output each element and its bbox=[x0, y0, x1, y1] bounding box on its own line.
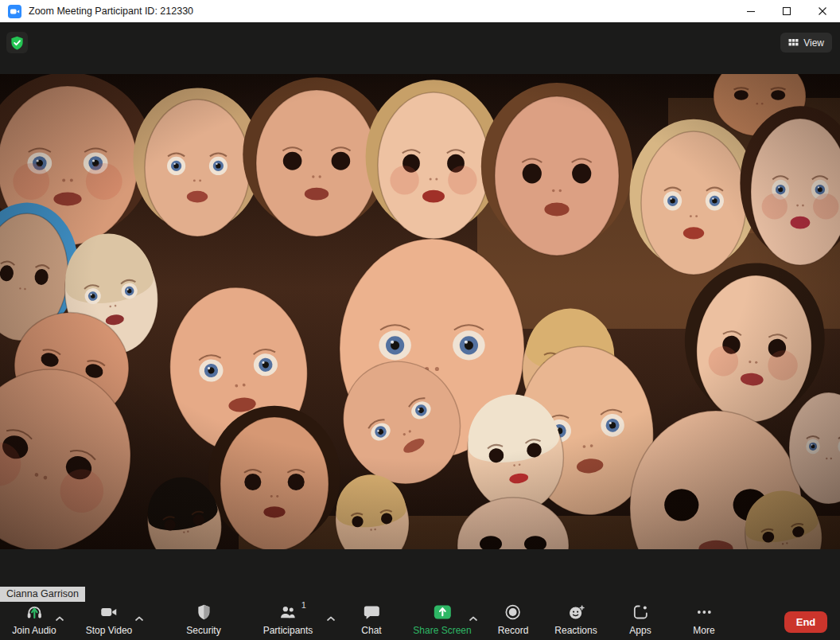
zoom-meeting-window: Zoom Meeting Participant ID: 212330 bbox=[0, 0, 840, 640]
share-screen-icon bbox=[433, 603, 452, 622]
participants-label: Participants bbox=[263, 625, 313, 636]
close-button[interactable] bbox=[804, 0, 840, 22]
chevron-up-icon bbox=[469, 615, 478, 622]
share-screen-label: Share Screen bbox=[413, 625, 471, 636]
end-meeting-button[interactable]: End bbox=[784, 611, 827, 633]
stop-video-options-chevron[interactable] bbox=[133, 611, 146, 626]
participants-button[interactable]: 1 Participants bbox=[263, 603, 313, 636]
participants-icon: 1 bbox=[278, 603, 298, 622]
participant-name-tag: Cianna Garrison bbox=[0, 587, 85, 602]
join-audio-icon bbox=[25, 603, 44, 622]
maximize-icon bbox=[780, 5, 793, 18]
security-shield-icon bbox=[194, 603, 213, 622]
reactions-button[interactable]: Reactions bbox=[554, 603, 597, 636]
chevron-up-icon bbox=[134, 615, 144, 622]
apps-button[interactable]: Apps bbox=[629, 603, 651, 636]
more-button[interactable]: More bbox=[693, 603, 714, 636]
maximize-button[interactable] bbox=[768, 0, 804, 22]
encryption-shield-icon bbox=[10, 36, 24, 50]
chat-label: Chat bbox=[361, 625, 381, 636]
control-bar: Cianna Garrison Join Audio bbox=[0, 549, 840, 640]
security-label: Security bbox=[186, 625, 220, 636]
minimize-icon bbox=[745, 5, 757, 18]
chat-button[interactable]: Chat bbox=[361, 603, 381, 636]
title-bar: Zoom Meeting Participant ID: 212330 bbox=[0, 0, 840, 22]
record-icon bbox=[504, 603, 523, 622]
video-camera-icon bbox=[99, 603, 119, 622]
doll-photo bbox=[0, 74, 840, 549]
chevron-up-icon bbox=[326, 615, 336, 622]
close-icon bbox=[816, 5, 829, 18]
reactions-label: Reactions bbox=[554, 625, 597, 636]
chat-bubble-icon bbox=[362, 603, 381, 622]
zoom-app-icon bbox=[8, 5, 21, 18]
video-stage bbox=[0, 74, 840, 549]
record-button[interactable]: Record bbox=[498, 603, 529, 636]
chevron-up-icon bbox=[55, 615, 64, 622]
participants-count-badge: 1 bbox=[301, 600, 306, 610]
apps-icon bbox=[631, 603, 650, 622]
window-title: Zoom Meeting Participant ID: 212330 bbox=[29, 6, 193, 17]
share-screen-options-chevron[interactable] bbox=[467, 611, 480, 626]
record-label: Record bbox=[498, 625, 529, 636]
encryption-status-button[interactable] bbox=[6, 32, 28, 53]
share-screen-button[interactable]: Share Screen bbox=[413, 603, 471, 636]
more-label: More bbox=[693, 625, 714, 636]
participants-options-chevron[interactable] bbox=[325, 611, 337, 626]
more-dots-icon bbox=[694, 603, 714, 622]
stop-video-label: Stop Video bbox=[86, 625, 133, 636]
join-audio-label: Join Audio bbox=[12, 625, 56, 636]
window-controls bbox=[733, 0, 840, 22]
join-audio-options-chevron[interactable] bbox=[53, 611, 66, 626]
join-audio-button[interactable]: Join Audio bbox=[12, 603, 56, 636]
reactions-smiley-icon bbox=[566, 603, 585, 622]
apps-label: Apps bbox=[629, 625, 651, 636]
security-button[interactable]: Security bbox=[186, 603, 220, 636]
stop-video-button[interactable]: Stop Video bbox=[86, 603, 133, 636]
grid-view-icon bbox=[788, 38, 799, 47]
view-button-label: View bbox=[803, 37, 824, 49]
meeting-top-bar: View bbox=[0, 22, 840, 74]
view-button[interactable]: View bbox=[780, 33, 832, 53]
minimize-button[interactable] bbox=[733, 0, 768, 22]
